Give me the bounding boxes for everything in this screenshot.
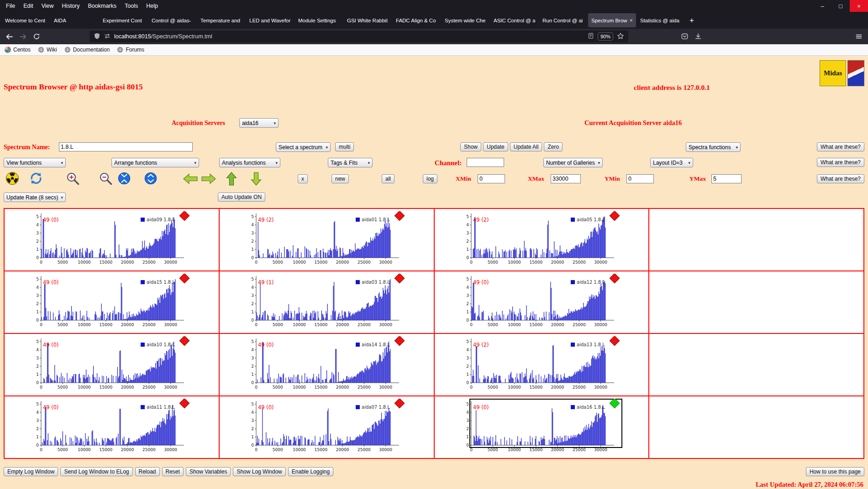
send-log-window-to-elog-button[interactable]: Send Log Window to ELog	[60, 467, 132, 476]
menu-file[interactable]: File	[2, 0, 19, 12]
secondary-logo[interactable]	[847, 60, 864, 86]
spectra-functions-dropdown[interactable]: Spectra functions▾	[686, 142, 741, 152]
acquisition-server-select[interactable]: aida16▾	[239, 118, 279, 128]
auto-update-button[interactable]: Auto Update ON	[218, 192, 265, 202]
show-log-window-button[interactable]: Show Log Window	[233, 467, 285, 476]
connection-icon[interactable]	[104, 32, 111, 41]
tab-spectrum-brow[interactable]: Spectrum Brow×	[588, 13, 636, 27]
gallery-cell-aida13[interactable]: 012345050001000015000200002500030000aida…	[434, 333, 649, 396]
all-button[interactable]: all	[382, 174, 395, 183]
arrange-functions-dropdown[interactable]: Arrange functions▾	[111, 158, 199, 167]
spectrum-name-input[interactable]	[59, 142, 193, 151]
arrow-up-icon[interactable]	[226, 172, 237, 188]
zero-button[interactable]: Zero	[544, 142, 563, 151]
radiation-icon[interactable]	[5, 172, 19, 187]
midas-logo[interactable]: Midas	[820, 60, 846, 86]
what-are-these-button-1[interactable]: What are these?	[817, 142, 864, 151]
log-button[interactable]: log	[423, 174, 437, 183]
tab-system-wide-che[interactable]: System wide Che	[442, 13, 489, 27]
view-functions-dropdown[interactable]: View functions▾	[4, 158, 66, 167]
tab-welcome-to-cent[interactable]: Welcome to Cent	[2, 13, 50, 27]
update-rate-dropdown[interactable]: Update Rate (8 secs)▾	[4, 192, 66, 202]
empty-log-window-button[interactable]: Empty Log Window	[4, 467, 58, 476]
menu-history[interactable]: History	[58, 0, 84, 12]
tab-statistics-aida[interactable]: Statistics @ aida	[637, 13, 685, 27]
shield-icon[interactable]	[94, 32, 100, 41]
arrow-right-icon[interactable]	[201, 173, 216, 187]
back-button[interactable]	[3, 31, 16, 42]
tab-run-control-ai[interactable]: Run Control @ ai	[539, 13, 587, 27]
xmin-input[interactable]	[478, 174, 505, 183]
tab-gsi-white-rabbit[interactable]: GSI White Rabbit	[344, 13, 392, 27]
menu-tools[interactable]: Tools	[121, 0, 142, 12]
new-tab-button[interactable]: +	[685, 13, 698, 27]
spectrum-plot-aida15[interactable]: 012345050001000015000200002500030000aida…	[22, 274, 195, 331]
forward-button[interactable]	[16, 31, 29, 42]
enable-logging-button[interactable]: Enable Logging	[288, 467, 333, 476]
what-are-these-button-3[interactable]: What are these?	[817, 174, 864, 183]
ymax-input[interactable]	[711, 174, 742, 183]
compress-y-icon[interactable]	[118, 172, 131, 187]
tab-module-settings[interactable]: Module Settings	[295, 13, 343, 27]
spectrum-plot-aida11[interactable]: 012345050001000015000200002500030000aida…	[22, 399, 195, 456]
zoom-out-icon[interactable]	[99, 172, 112, 187]
gallery-cell-aida09[interactable]: 012345050001000015000200002500030000aida…	[4, 208, 219, 271]
spectrum-plot-aida09[interactable]: 012345050001000015000200002500030000aida…	[22, 211, 195, 269]
multi-button[interactable]: multi	[335, 142, 354, 151]
gallery-cell-aida05[interactable]: 012345050001000015000200002500030000aida…	[434, 208, 649, 271]
select-a-spectrum-dropdown[interactable]: Select a spectrum▾	[276, 142, 331, 152]
number-of-galleries-dropdown[interactable]: Number of Galleries▾	[543, 158, 603, 167]
zoom-in-icon[interactable]	[66, 172, 79, 187]
hamburger-menu-icon[interactable]	[852, 31, 865, 42]
x-button[interactable]: x	[298, 174, 308, 183]
refresh-icon[interactable]	[29, 172, 43, 187]
update-button[interactable]: Update	[483, 142, 508, 151]
zoom-level-badge[interactable]: 90%	[598, 32, 613, 41]
menu-edit[interactable]: Edit	[19, 0, 37, 12]
url-bar[interactable]: localhost:8015/Spectrum/Spectrum.tml 90%	[89, 31, 628, 42]
tab-close-icon[interactable]: ×	[629, 17, 633, 24]
gallery-cell-aida01[interactable]: 012345050001000015000200002500030000aida…	[219, 208, 434, 271]
tab-asic-control-a[interactable]: ASIC Control @ a	[490, 13, 538, 27]
tab-temperature-and[interactable]: Temperature and	[197, 13, 245, 27]
reset-button[interactable]: Reset	[162, 467, 184, 476]
channel-input[interactable]	[467, 158, 504, 167]
spectrum-plot-aida07[interactable]: 012345050001000015000200002500030000aida…	[237, 399, 410, 456]
spectrum-plot-aida03[interactable]: 012345050001000015000200002500030000aida…	[237, 274, 410, 331]
gallery-cell-aida11[interactable]: 012345050001000015000200002500030000aida…	[4, 396, 219, 458]
bookmark-documentation[interactable]: Documentation	[64, 47, 110, 53]
pocket-icon[interactable]	[678, 31, 691, 42]
spectrum-plot-aida05[interactable]: 012345050001000015000200002500030000aida…	[452, 211, 626, 269]
bookmark-forums[interactable]: Forums	[117, 47, 144, 53]
tab-led-and-wavefor[interactable]: LED and Wavefor	[246, 13, 294, 27]
reload-button[interactable]: Reload	[135, 467, 160, 476]
arrow-down-icon[interactable]	[250, 172, 262, 188]
gallery-cell-aida03[interactable]: 012345050001000015000200002500030000aida…	[219, 271, 434, 333]
update-all-button[interactable]: Update All	[510, 142, 542, 151]
tab-control-aidas[interactable]: Control @ aidas-	[148, 13, 196, 27]
what-are-these-button-2[interactable]: What are these?	[817, 158, 864, 167]
bookmark-wiki[interactable]: Wiki	[38, 47, 57, 53]
tags-fits-dropdown[interactable]: Tags & Fits▾	[328, 158, 373, 167]
spectrum-plot-aida14[interactable]: 012345050001000015000200002500030000aida…	[237, 336, 410, 394]
arrow-left-icon[interactable]	[183, 173, 198, 187]
spectrum-plot-aida12[interactable]: 012345050001000015000200002500030000aida…	[452, 274, 626, 331]
show-variables-button[interactable]: Show Variables	[186, 467, 231, 476]
show-button[interactable]: Show	[460, 142, 481, 151]
tab-experiment-cont[interactable]: Experiment Cont	[100, 13, 147, 27]
minimize-button[interactable]: –	[813, 0, 831, 12]
analysis-functions-dropdown[interactable]: Analysis functions▾	[219, 158, 280, 167]
reload-button[interactable]	[30, 31, 43, 42]
spectrum-plot-aida13[interactable]: 012345050001000015000200002500030000aida…	[452, 336, 626, 394]
spectrum-plot-aida01[interactable]: 012345050001000015000200002500030000aida…	[237, 211, 410, 269]
reader-mode-icon[interactable]	[588, 32, 594, 41]
downloads-icon[interactable]	[692, 31, 705, 42]
spectrum-plot-aida10[interactable]: 012345050001000015000200002500030000aida…	[22, 336, 195, 394]
menu-view[interactable]: View	[37, 0, 58, 12]
menu-help[interactable]: Help	[142, 0, 162, 12]
menu-bookmarks[interactable]: Bookmarks	[84, 0, 121, 12]
gallery-cell-aida15[interactable]: 012345050001000015000200002500030000aida…	[4, 271, 219, 333]
gallery-cell-aida07[interactable]: 012345050001000015000200002500030000aida…	[219, 396, 434, 458]
bookmark-star-icon[interactable]	[617, 32, 624, 41]
bookmark-centos[interactable]: Centos	[5, 47, 31, 53]
